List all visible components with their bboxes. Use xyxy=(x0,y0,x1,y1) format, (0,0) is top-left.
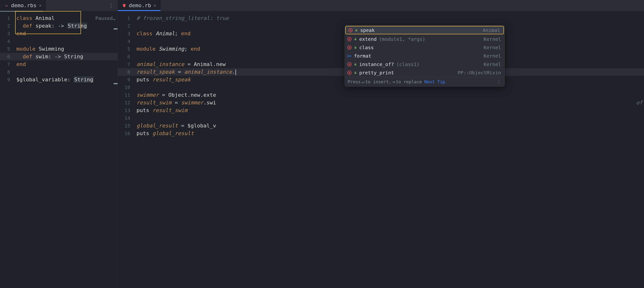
line-number: 8 xyxy=(0,68,14,76)
right-editor-pane: demo.rb × 1 2 3 4 5 6 7 8 9 10 11 12 13 … xyxy=(118,0,644,288)
completion-item-format[interactable]: ▷▷ format Kernel xyxy=(345,52,504,60)
punct: ; xyxy=(184,46,191,52)
tab-demo-rbs[interactable]: ~ demo.rbs × xyxy=(0,0,46,11)
close-icon[interactable]: × xyxy=(39,3,42,8)
line-number: 3 xyxy=(0,30,14,37)
dot: . xyxy=(232,69,235,75)
left-code-area[interactable]: class Animal def speak: -> String end mo… xyxy=(14,11,118,288)
lock-icon xyxy=(354,38,357,40)
method-icon: m xyxy=(348,28,352,32)
return-type: String xyxy=(74,76,94,83)
right-editor-body[interactable]: 1 2 3 4 5 6 7 8 9 10 11 12 13 14 15 16 #… xyxy=(118,11,644,288)
editor-workspace: ~ demo.rbs × ⋮ 1 2 3 4 5 6 7 8 9 class A… xyxy=(0,0,644,288)
completion-item-pretty-print[interactable]: m pretty_print PP::ObjectMixin xyxy=(345,68,504,77)
paused-label: Paused… xyxy=(96,14,116,22)
line-number: 10 xyxy=(118,83,134,91)
line-number: 4 xyxy=(118,37,134,45)
type-name: Animal xyxy=(156,30,174,36)
local-var: result_swim xyxy=(152,107,188,113)
minimap-marker xyxy=(114,28,118,29)
right-gutter: 1 2 3 4 5 6 7 8 9 10 11 12 13 14 15 16 xyxy=(118,11,134,288)
sig: : xyxy=(67,77,74,83)
code-completion-popup: m speak Animal m extend(module1, *args) … xyxy=(344,25,505,87)
return-type: String xyxy=(64,53,83,59)
const: Animal xyxy=(194,61,213,67)
line-number: 4 xyxy=(0,37,14,45)
function-icon: ▷▷ xyxy=(347,54,352,58)
completion-origin: Kernel xyxy=(484,60,501,68)
obscured-text: of xyxy=(636,99,643,107)
line-number: 5 xyxy=(0,45,14,53)
line-number: 3 xyxy=(118,30,134,37)
local-var: result_speak xyxy=(136,69,175,75)
line-number: 1 xyxy=(118,14,134,22)
method-name: swim xyxy=(36,53,48,59)
lock-icon xyxy=(354,46,357,49)
completion-item-class[interactable]: m class Kernel xyxy=(345,43,504,52)
completion-name: extend xyxy=(359,35,376,43)
keyword: end xyxy=(181,30,190,36)
method-icon: m xyxy=(347,45,352,50)
type-name: Swimming xyxy=(159,46,184,52)
lock-icon xyxy=(354,63,357,66)
line-number: 2 xyxy=(0,22,14,30)
global-var: $global_v xyxy=(188,123,216,129)
footer-text: to replace xyxy=(396,78,422,86)
line-number: 7 xyxy=(0,60,14,68)
line-number: 9 xyxy=(0,76,14,83)
completion-params: (class1) xyxy=(396,60,420,68)
right-code-area[interactable]: # frozen_string_literal: true class Anim… xyxy=(134,11,644,288)
local-var: result_speak xyxy=(152,77,190,83)
completion-item-extend[interactable]: m extend(module1, *args) Kernel xyxy=(345,35,504,43)
popup-more-icon[interactable]: ⋮ xyxy=(497,78,502,86)
lock-icon xyxy=(355,29,358,32)
op: = xyxy=(184,61,194,67)
completion-item-instance-of[interactable]: m instance_of?(class1) Kernel xyxy=(345,60,504,68)
text-cursor xyxy=(236,69,236,75)
call: puts xyxy=(136,107,149,113)
keyword: end xyxy=(190,46,200,52)
line-number: 8 xyxy=(118,68,134,76)
keyword: class xyxy=(16,15,32,21)
line-number: 12 xyxy=(118,99,134,107)
right-tabbar: demo.rb × xyxy=(118,0,644,11)
call: .swi xyxy=(203,100,216,106)
completion-origin: PP::ObjectMixin xyxy=(458,69,501,77)
line-number: 16 xyxy=(118,130,134,137)
keyword: end xyxy=(16,61,26,67)
footer-text: Press xyxy=(348,78,361,86)
call: puts xyxy=(136,130,149,136)
method-icon: m xyxy=(347,70,352,75)
close-icon[interactable]: × xyxy=(154,3,156,8)
line-number: 14 xyxy=(118,114,134,122)
keyword: module xyxy=(136,46,156,52)
left-editor-body[interactable]: 1 2 3 4 5 6 7 8 9 class Animal def speak… xyxy=(0,11,118,288)
sig: : -> xyxy=(52,23,67,29)
punct: ; xyxy=(175,30,181,36)
tabbar-more-icon[interactable]: ⋮ xyxy=(108,2,118,8)
completion-footer: Press ↵ to insert, ⇥ to replace Next Tip… xyxy=(345,77,504,86)
line-number: 13 xyxy=(118,107,134,114)
line-number: 15 xyxy=(118,122,134,130)
local-var: swimmer xyxy=(181,100,203,106)
completion-name: class xyxy=(359,44,374,51)
tab-demo-rb[interactable]: demo.rb × xyxy=(118,0,160,11)
type-name: Animal xyxy=(35,15,54,21)
minimap-marker xyxy=(114,83,118,84)
keyword: module xyxy=(16,46,35,52)
completion-item-speak[interactable]: m speak Animal xyxy=(345,26,504,34)
comment: # frozen_string_literal: true xyxy=(136,15,229,21)
next-tip-link[interactable]: Next Tip xyxy=(424,78,445,86)
op: = xyxy=(178,123,188,129)
expr: Object.new.exte xyxy=(168,92,216,98)
line-number: 11 xyxy=(118,91,134,99)
rbs-file-icon: ~ xyxy=(4,3,9,8)
footer-text: to insert, xyxy=(365,78,391,86)
enter-key-icon: ↵ xyxy=(362,78,364,86)
keyword: def xyxy=(23,53,32,59)
line-number: 1 xyxy=(0,14,14,22)
keyword: end xyxy=(16,30,26,36)
left-gutter: 1 2 3 4 5 6 7 8 9 xyxy=(0,11,14,288)
keyword: def xyxy=(23,23,32,29)
completion-origin: Kernel xyxy=(484,35,501,43)
